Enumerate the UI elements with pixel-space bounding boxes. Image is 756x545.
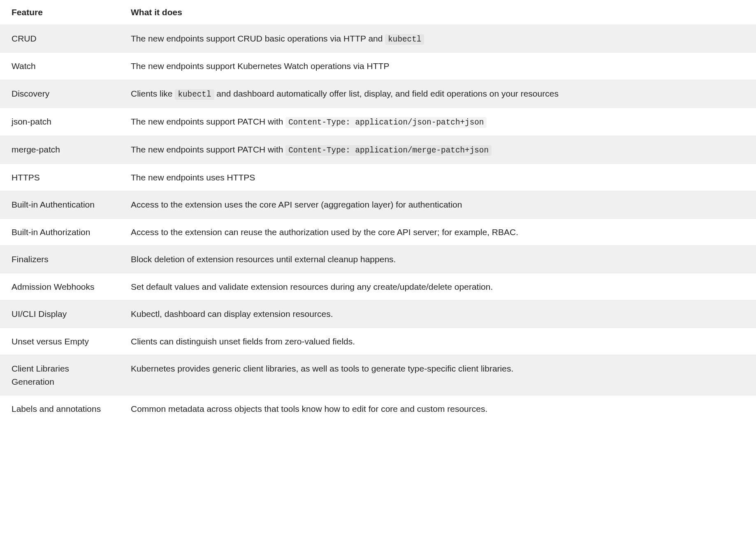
table-row: WatchThe new endpoints support Kubernete…: [0, 53, 756, 80]
feature-cell: Watch: [0, 53, 119, 80]
header-description: What it does: [119, 0, 756, 25]
description-cell: The new endpoints support PATCH with Con…: [119, 108, 756, 136]
feature-cell: HTTPS: [0, 164, 119, 191]
description-text: Set default values and validate extensio…: [131, 282, 493, 291]
table-row: DiscoveryClients like kubectl and dashbo…: [0, 80, 756, 108]
description-text: Block deletion of extension resources un…: [131, 254, 396, 264]
table-row: CRUDThe new endpoints support CRUD basic…: [0, 25, 756, 53]
table-row: Built-in AuthorizationAccess to the exte…: [0, 218, 756, 246]
description-text: Access to the extension uses the core AP…: [131, 200, 462, 209]
feature-cell: json-patch: [0, 108, 119, 136]
inline-code: Content-Type: application/merge-patch+js…: [285, 145, 492, 156]
feature-cell: Labels and annotations: [0, 395, 119, 423]
feature-cell: Built-in Authentication: [0, 191, 119, 219]
feature-cell: Built-in Authorization: [0, 218, 119, 246]
table-row: json-patchThe new endpoints support PATC…: [0, 108, 756, 136]
feature-cell: Discovery: [0, 80, 119, 108]
table-row: Unset versus EmptyClients can distinguis…: [0, 328, 756, 355]
table-row: UI/CLI DisplayKubectl, dashboard can dis…: [0, 300, 756, 328]
table-row: Admission WebhooksSet default values and…: [0, 273, 756, 300]
table-row: merge-patchThe new endpoints support PAT…: [0, 136, 756, 164]
description-text: The new endpoints support CRUD basic ope…: [131, 34, 385, 43]
table-row: FinalizersBlock deletion of extension re…: [0, 246, 756, 273]
description-cell: The new endpoints support CRUD basic ope…: [119, 25, 756, 53]
description-text: and dashboard automatically offer list, …: [214, 89, 559, 98]
table-row: HTTPSThe new endpoints uses HTTPS: [0, 164, 756, 191]
feature-cell: Admission Webhooks: [0, 273, 119, 300]
description-text: Access to the extension can reuse the au…: [131, 227, 518, 237]
description-cell: The new endpoints support Kubernetes Wat…: [119, 53, 756, 80]
feature-cell: Client Libraries Generation: [0, 355, 119, 395]
feature-cell: UI/CLI Display: [0, 300, 119, 328]
features-table: Feature What it does CRUDThe new endpoin…: [0, 0, 756, 423]
inline-code: kubectl: [175, 89, 214, 100]
description-cell: Common metadata across objects that tool…: [119, 395, 756, 423]
feature-cell: merge-patch: [0, 136, 119, 164]
description-text: The new endpoints support PATCH with: [131, 117, 285, 126]
header-feature: Feature: [0, 0, 119, 25]
description-text: Kubernetes provides generic client libra…: [131, 364, 513, 373]
description-cell: Kubectl, dashboard can display extension…: [119, 300, 756, 328]
description-cell: The new endpoints uses HTTPS: [119, 164, 756, 191]
description-text: Clients can distinguish unset fields fro…: [131, 337, 355, 346]
table-header-row: Feature What it does: [0, 0, 756, 25]
description-cell: Set default values and validate extensio…: [119, 273, 756, 300]
table-row: Labels and annotationsCommon metadata ac…: [0, 395, 756, 423]
feature-cell: CRUD: [0, 25, 119, 53]
description-text: Common metadata across objects that tool…: [131, 404, 487, 413]
inline-code: kubectl: [385, 34, 424, 45]
feature-cell: Finalizers: [0, 246, 119, 273]
description-cell: Access to the extension can reuse the au…: [119, 218, 756, 246]
description-text: The new endpoints support Kubernetes Wat…: [131, 61, 389, 71]
table-row: Built-in AuthenticationAccess to the ext…: [0, 191, 756, 219]
description-cell: Clients can distinguish unset fields fro…: [119, 328, 756, 355]
description-text: The new endpoints support PATCH with: [131, 145, 285, 154]
description-cell: Kubernetes provides generic client libra…: [119, 355, 756, 395]
table-row: Client Libraries GenerationKubernetes pr…: [0, 355, 756, 395]
description-text: Kubectl, dashboard can display extension…: [131, 309, 333, 319]
description-cell: Access to the extension uses the core AP…: [119, 191, 756, 219]
description-cell: Clients like kubectl and dashboard autom…: [119, 80, 756, 108]
description-cell: Block deletion of extension resources un…: [119, 246, 756, 273]
description-cell: The new endpoints support PATCH with Con…: [119, 136, 756, 164]
inline-code: Content-Type: application/json-patch+jso…: [285, 117, 487, 128]
description-text: Clients like: [131, 89, 175, 98]
description-text: The new endpoints uses HTTPS: [131, 173, 255, 182]
feature-cell: Unset versus Empty: [0, 328, 119, 355]
